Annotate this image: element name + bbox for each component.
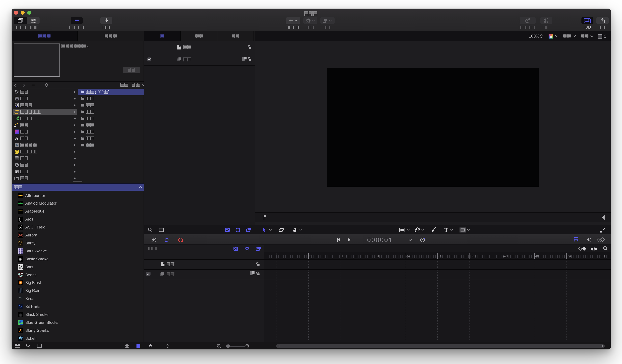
svg-text:2: 2 (16, 104, 17, 106)
